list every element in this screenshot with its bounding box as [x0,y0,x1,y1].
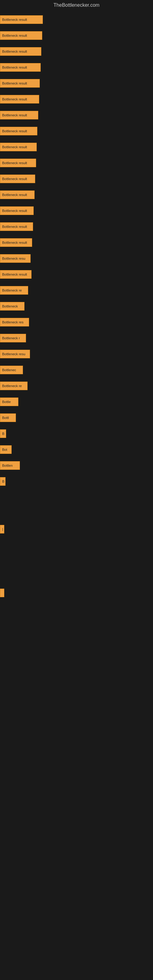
bar-label: Bottl [2,416,9,420]
bottleneck-bar: Bottleneck result [0,207,33,215]
bottleneck-bar: Bottleneck re [0,382,27,390]
bar-row: | [0,521,153,537]
bottleneck-bar: Bottl [0,414,16,422]
bar-label: B [2,432,4,436]
bar-row: Bottleneck result [0,139,153,155]
bar-label: Bottleneck result [2,49,27,53]
bar-label: Bottleneck result [2,241,27,244]
bar-label: Bottleneck [2,304,18,308]
bottleneck-bar: Bottleneck result [0,111,38,119]
bar-label: Bottlen [2,464,13,467]
bottleneck-bar: B [0,477,5,486]
bar-row: Bottleneck result [0,123,153,139]
bottleneck-bar: Bottleneck re [0,286,28,294]
bottleneck-bar: Bottleneck result [0,270,32,279]
bar-row: Bottleneck result [0,107,153,123]
bottleneck-bar: Bottleneck resu [0,350,30,358]
bar-row: B [0,426,153,442]
bar-row: Bottleneck result [0,187,153,203]
bar-row [0,553,153,569]
bar-label: Bottleneck resu [2,352,26,356]
bar-label: Bottleneck result [2,113,27,117]
bottleneck-bar: Bottleneck result [0,47,41,56]
bar-label: Bottleneck result [2,145,27,149]
bottleneck-bar: Bottleneck res [0,318,29,326]
bar-row: Bottleneck result [0,59,153,75]
bar-label: Bottlenec [2,368,16,372]
bar-row [0,569,153,585]
bottleneck-bar: Bottleneck result [0,238,32,247]
bar-label: Bottleneck result [2,193,27,197]
bar-row: Bottleneck result [0,171,153,187]
bottleneck-bar: Bottleneck result [0,222,33,231]
bar-row [0,489,153,505]
bottleneck-bar: Bottleneck resu [0,254,30,263]
bar-label: Bottleneck result [2,177,27,181]
bottleneck-bar: Bottleneck result [0,191,35,199]
bottleneck-bar-stub [0,589,4,597]
bar-row: Bottle [0,394,153,410]
bar-label: Bottleneck result [2,97,27,101]
bar-row: Bottleneck res [0,314,153,330]
bar-row [0,537,153,553]
bottleneck-bar: Bottleneck result [0,95,39,103]
bar-row: Bottleneck resu [0,250,153,266]
bottleneck-bar: B [0,430,6,438]
bar-row: Bottlenec [0,362,153,378]
bar-row: Bottleneck result [0,43,153,59]
bar-label: Bottleneck result [2,272,27,276]
bar-label: Bottleneck result [2,18,27,21]
bar-row [0,585,153,601]
bars-container: Bottleneck resultBottleneck resultBottle… [0,12,153,601]
bar-row: Bottleneck [0,298,153,314]
bottleneck-bar: Bottlen [0,461,20,470]
bar-label: Bottleneck result [2,81,27,85]
bottleneck-bar: Bottleneck result [0,127,37,135]
bottleneck-bar: Bottle [0,398,18,406]
bottleneck-bar: Bottleneck result [0,31,42,40]
bar-row: Bottleneck result [0,155,153,171]
bottleneck-bar: Bottleneck [0,302,24,310]
site-title: TheBottlenecker.com [0,0,153,12]
bar-label: Bottleneck r [2,336,20,340]
bar-row: Bottlen [0,458,153,474]
bar-row: B [0,474,153,489]
bar-row: Bottl [0,410,153,426]
bar-row: Bottleneck result [0,12,153,27]
bottleneck-bar: Bottleneck result [0,175,35,183]
bar-label: Bot [2,448,7,452]
bar-row: Bot [0,442,153,458]
bar-label: Bottleneck re [2,288,22,292]
bar-row: Bottleneck result [0,203,153,219]
bar-label: B [2,480,4,483]
bar-row: Bottleneck resu [0,346,153,362]
bar-label: Bottleneck result [2,209,27,213]
bar-label: Bottleneck result [2,129,27,133]
bar-row: Bottleneck re [0,282,153,298]
bar-label: Bottleneck result [2,225,27,229]
bottleneck-bar: Bot [0,445,12,454]
bar-row [0,505,153,521]
bar-label: Bottleneck resu [2,257,26,260]
bar-label: Bottleneck result [2,161,27,165]
bar-row: Bottleneck r [0,330,153,346]
bottleneck-bar: Bottleneck result [0,143,37,151]
bar-row: Bottleneck result [0,91,153,107]
bottleneck-bar: Bottlenec [0,366,23,374]
bar-row: Bottleneck result [0,235,153,250]
bar-label: Bottle [2,400,11,404]
bar-label: Bottleneck res [2,320,24,324]
bar-label: | [2,527,3,531]
bottleneck-bar: Bottleneck r [0,334,26,342]
bottleneck-bar: Bottleneck result [0,15,43,24]
bottleneck-bar: Bottleneck result [0,79,40,88]
bottleneck-bar: Bottleneck result [0,159,36,167]
bottleneck-bar: Bottleneck result [0,63,41,72]
bar-label: Bottleneck re [2,384,22,388]
bar-label: Bottleneck result [2,65,27,69]
bar-label: Bottleneck result [2,34,27,37]
bar-row: Bottleneck result [0,75,153,91]
bottleneck-bar: | [0,525,4,533]
bar-row: Bottleneck result [0,27,153,43]
bar-row: Bottleneck re [0,378,153,394]
